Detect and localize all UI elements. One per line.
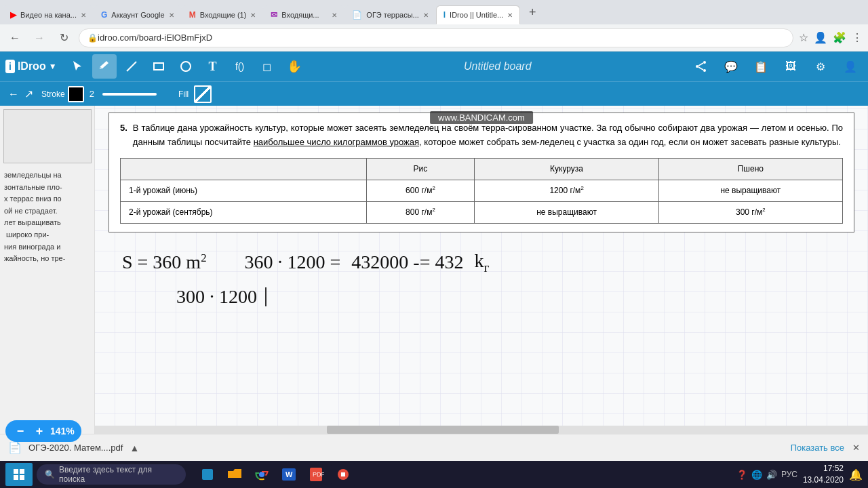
- tab-gmail2[interactable]: ✉ Входящи... ✕: [263, 5, 344, 24]
- taskbar-word[interactable]: W: [277, 463, 301, 486]
- taskbar: 🔍 Введите здесь текст для поиска W PDF ❓…: [0, 461, 868, 488]
- row1-label: 1-й урожай (июнь): [121, 180, 367, 201]
- browser-tabs: ▶ Видео на кана... ✕ G Аккаунт Google ✕ …: [0, 0, 868, 24]
- taskbar-cortana[interactable]: [195, 463, 220, 486]
- address-bar[interactable]: 🔒 idroo.com/board-iElOBmFjxD: [79, 28, 793, 47]
- svg-line-7: [698, 63, 703, 66]
- taskbar-explorer[interactable]: [222, 463, 247, 486]
- canvas-area[interactable]: www.BANDICAM.com 5. В таблице дана урожа…: [95, 106, 868, 434]
- pdf-filename: ОГЭ-2020. Матем....pdf: [28, 443, 123, 453]
- tab-close-youtube[interactable]: ✕: [81, 12, 86, 19]
- more-icon[interactable]: ⋮: [852, 31, 863, 44]
- taskbar-app6[interactable]: [331, 463, 355, 486]
- user-icon[interactable]: 👤: [838, 54, 863, 79]
- tab-close-oge[interactable]: ✕: [423, 12, 429, 19]
- undo-button[interactable]: ←: [8, 88, 19, 100]
- pdf-right: Показать все ✕: [791, 443, 860, 453]
- horizontal-scrollbar[interactable]: [95, 426, 868, 434]
- table-header-corn: Кукуруза: [475, 158, 658, 180]
- eraser-tool[interactable]: ◻: [255, 54, 279, 79]
- row2-corn: не выращивают: [475, 201, 658, 223]
- tab-close-gmail1[interactable]: ✕: [250, 12, 256, 19]
- taskbar-acrobat[interactable]: PDF: [304, 463, 328, 486]
- show-all-button[interactable]: Показать все: [791, 443, 844, 453]
- row1-corn: 1200 г/м2: [475, 180, 658, 201]
- scroll-thumb[interactable]: [327, 426, 559, 434]
- idroo-toolbar: i IDroo ▼ T f() ◻ ✋ Untitled board 💬: [0, 52, 868, 81]
- draw-tool[interactable]: [92, 54, 117, 79]
- tray-help-icon[interactable]: ❓: [736, 470, 747, 480]
- cursor-indicator: [265, 287, 267, 306]
- text-tool[interactable]: T: [201, 54, 225, 79]
- tab-google[interactable]: G Аккаунт Google ✕: [94, 5, 182, 24]
- select-tool[interactable]: [65, 54, 90, 79]
- chat-icon[interactable]: 💬: [719, 54, 743, 79]
- task-text: В таблице дана урожайность культур, кото…: [133, 121, 843, 150]
- bookmark-icon[interactable]: ☆: [799, 31, 808, 44]
- fill-color-picker[interactable]: [194, 85, 212, 103]
- new-tab-button[interactable]: +: [523, 3, 542, 22]
- hw-eq1: 360 · 1200 =: [245, 251, 341, 273]
- hw-unit: kг: [474, 250, 489, 275]
- tab-youtube[interactable]: ▶ Видео на кана... ✕: [3, 5, 94, 24]
- formula-tool[interactable]: f(): [228, 54, 252, 79]
- redo-button[interactable]: ↗: [24, 87, 33, 100]
- rect-tool[interactable]: [146, 54, 171, 79]
- settings-icon[interactable]: ⚙: [808, 54, 833, 79]
- tab-idroo[interactable]: I IDroo || Untitle... ✕: [436, 5, 520, 24]
- task-number: 5.: [120, 121, 127, 136]
- refresh-button[interactable]: ↻: [54, 28, 73, 47]
- url-text: idroo.com/board-iElOBmFjxD: [98, 33, 212, 43]
- tab-gmail1[interactable]: M Входящие (1) ✕: [182, 5, 264, 24]
- share-icon[interactable]: [689, 54, 713, 79]
- idroo-logo[interactable]: i IDroo ▼: [5, 60, 57, 73]
- back-button[interactable]: ←: [5, 28, 24, 47]
- fill-section: Fill: [178, 85, 212, 103]
- main-area: земледельцы назонтальные пло-х террас вн…: [0, 106, 868, 434]
- taskbar-app-icons: W PDF: [195, 463, 355, 486]
- left-panel-text: земледельцы назонтальные пло-х террас вн…: [0, 167, 94, 268]
- svg-point-5: [703, 69, 706, 72]
- svg-line-0: [127, 62, 136, 71]
- tab-close-idroo[interactable]: ✕: [507, 12, 513, 19]
- table-header-millet: Пшено: [658, 158, 842, 180]
- handwritten-area: S = 360 m2 360 · 1200 = 432000 -= 432 kг…: [108, 243, 854, 314]
- pdf-close-button[interactable]: ✕: [852, 443, 860, 453]
- tray-icons: ❓ 🌐 🔊 РУС: [736, 470, 797, 480]
- svg-point-3: [703, 61, 706, 64]
- svg-rect-10: [14, 475, 18, 480]
- svg-text:W: W: [285, 470, 293, 479]
- stroke-width-slider[interactable]: [102, 93, 157, 96]
- tab-close-google[interactable]: ✕: [169, 12, 174, 19]
- pdf-bar: 📄 ОГЭ-2020. Матем....pdf ▲ Показать все …: [0, 434, 868, 461]
- left-panel: земледельцы назонтальные пло-х террас вн…: [0, 106, 95, 434]
- notification-icon[interactable]: 🔔: [849, 468, 863, 481]
- taskbar-search[interactable]: 🔍 Введите здесь текст для поиска: [37, 464, 186, 485]
- task-table: Рис Кукуруза Пшено 1-й урожай (июнь) 600…: [120, 158, 843, 224]
- clock: 17:52 13.04.2020: [803, 463, 844, 486]
- table-row: 2-й урожай (сентябрь) 800 г/м2 не выращи…: [121, 201, 843, 223]
- hw-s-label: S = 360 m2: [122, 251, 207, 273]
- line-tool[interactable]: [119, 54, 144, 79]
- tab-close-gmail2[interactable]: ✕: [332, 12, 337, 19]
- extension-icon[interactable]: 🧩: [833, 31, 846, 44]
- forward-button[interactable]: →: [30, 28, 49, 47]
- clipboard-icon[interactable]: 📋: [749, 54, 773, 79]
- image-icon[interactable]: 🖼: [778, 54, 803, 79]
- tray-network-icon[interactable]: 🌐: [751, 470, 762, 480]
- page-thumbnail[interactable]: [3, 109, 92, 163]
- tray-volume-icon[interactable]: 🔊: [766, 470, 777, 480]
- circle-tool[interactable]: [174, 54, 198, 79]
- start-button[interactable]: [5, 463, 33, 486]
- tray-lang[interactable]: РУС: [781, 470, 797, 479]
- tab-oge[interactable]: 📄 ОГЭ террасы... ✕: [344, 5, 435, 24]
- board-title: Untitled board: [309, 60, 686, 73]
- stroke-color-picker[interactable]: [68, 86, 84, 102]
- svg-line-6: [698, 67, 703, 70]
- svg-rect-8: [14, 469, 18, 474]
- pdf-expand-button[interactable]: ▲: [130, 443, 139, 453]
- pan-tool[interactable]: ✋: [282, 54, 307, 79]
- taskbar-chrome[interactable]: [250, 463, 274, 486]
- profile-icon[interactable]: 👤: [814, 31, 827, 44]
- svg-rect-1: [154, 63, 163, 70]
